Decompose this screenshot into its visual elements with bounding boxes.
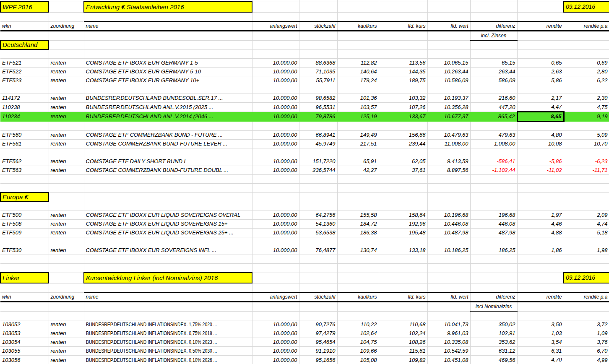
cell-etf521-rendite-pa[interactable]: 0,69 [564,59,609,68]
date-badge[interactable]: 09.12.2016 [564,2,609,12]
cell-etf560-rendite-pa[interactable]: 5,09 [564,131,609,140]
cell-103053-lfd-wert[interactable]: 9.961,03 [427,329,470,338]
cell-110238-lfd-kurs[interactable]: 107,26 [379,103,427,112]
cell-r34c1[interactable] [0,302,49,312]
cell-r4c3[interactable] [84,31,252,41]
cell-r10c11[interactable] [564,85,609,94]
cell-103052-zuordnung[interactable]: renten [49,320,84,329]
cell-r34c3[interactable] [84,302,252,312]
cell-r34c2[interactable] [49,302,84,312]
cell-110234-name[interactable]: BUNDESREP.DEUTSCHLAND ANL.V.2014 (2046 .… [84,112,252,122]
cell-r32c7[interactable] [379,283,427,292]
cell-r30c9[interactable] [470,264,517,273]
cell-r23c2[interactable] [49,202,84,211]
cell-r21c7[interactable] [379,184,427,193]
cell-r32c3[interactable] [84,283,252,292]
cell-etf500-lfd-kurs[interactable]: 158,64 [379,211,427,220]
cell-r22c4[interactable] [252,192,299,202]
cell-etf560-rendite[interactable]: 4,80 [517,131,564,140]
cell-r17c1[interactable] [0,148,49,157]
cell-r17c2[interactable] [49,148,84,157]
cell-etf500-rendite-pa[interactable]: 2,09 [564,211,609,220]
cell-r1c7[interactable] [379,2,427,12]
cell-114172-zuordnung[interactable]: renten [49,94,84,103]
cell-etf522-kaufkurs[interactable]: 140,64 [337,68,379,76]
cell-r17c5[interactable] [299,148,337,157]
cell-r35c5[interactable] [299,311,337,320]
cell-r21c10[interactable] [517,184,564,193]
cell-r23c8[interactable] [427,202,470,211]
cell-r14c11[interactable] [564,122,609,131]
cell-r10c9[interactable] [470,85,517,94]
cell-r5c11[interactable] [564,40,609,49]
cell-r20c9[interactable] [470,175,517,184]
cell-r22c8[interactable] [427,192,470,202]
cell-r2c6[interactable] [337,12,379,21]
cell-r14c8[interactable] [427,122,470,131]
cell-103053-zuordnung[interactable]: renten [49,329,84,338]
cell-r20c5[interactable] [299,175,337,184]
cell-110238-kaufkurs[interactable]: 103,57 [337,103,379,112]
cell-etf563-wkn[interactable]: ETF563 [0,166,49,175]
cell-r14c1[interactable] [0,122,49,131]
cell-etf522-differenz[interactable]: 263,44 [470,68,517,76]
cell-r20c11[interactable] [564,175,609,184]
cell-r4c2[interactable] [49,31,84,41]
cell-etf508-zuordnung[interactable]: renten [49,220,84,229]
cell-r2c7[interactable] [379,12,427,21]
cell-r29c10[interactable] [517,255,564,264]
cell-etf509-rendite-pa[interactable]: 5,18 [564,229,609,237]
cell-r10c10[interactable] [517,85,564,94]
cell-r10c7[interactable] [379,85,427,94]
cell-103054-stueckzahl[interactable]: 95,4654 [299,338,337,347]
cell-etf530-wkn[interactable]: ETF530 [0,246,49,255]
cell-r27c8[interactable] [427,237,470,246]
cell-114172-wkn[interactable]: 114172 [0,94,49,103]
cell-110238-rendite[interactable]: 4,47 [517,103,564,112]
cell-etf530-zuordnung[interactable]: renten [49,246,84,255]
cell-r21c2[interactable] [49,184,84,193]
cell-110234-zuordnung[interactable]: renten [49,112,84,122]
colheader-lfd-kurs[interactable]: lfd. kurs [379,21,427,31]
cell-r32c2[interactable] [49,283,84,292]
cell-r2c2[interactable] [49,12,84,21]
cell-etf561-lfd-kurs[interactable]: 239,44 [379,140,427,148]
colheader-stueckzahl[interactable]: stückzahl [299,21,337,31]
cell-110238-zuordnung[interactable]: renten [49,103,84,112]
cell-r30c11[interactable] [564,264,609,273]
cell-etf561-rendite-pa[interactable]: 10,70 [564,140,609,148]
colheader-rendite-pa[interactable]: rendite p.a [564,21,609,31]
cell-r29c5[interactable] [299,255,337,264]
cell-r21c5[interactable] [299,184,337,193]
cell-etf562-lfd-wert[interactable]: 9.413,59 [427,157,470,166]
cell-etf562-anfangswert[interactable]: 10.000,00 [252,157,299,166]
cell-r20c8[interactable] [427,175,470,184]
cell-114172-stueckzahl[interactable]: 98,6582 [299,94,337,103]
cell-r6c5[interactable] [299,49,337,59]
cell-r20c3[interactable] [84,175,252,184]
cell-r4c11[interactable] [564,31,609,41]
cell-etf561-lfd-wert[interactable]: 11.008,00 [427,140,470,148]
cell-r20c4[interactable] [252,175,299,184]
cell-etf508-lfd-kurs[interactable]: 192,96 [379,220,427,229]
cell-r23c10[interactable] [517,202,564,211]
cell-r31c9[interactable] [470,273,517,283]
cell-103052-name[interactable]: BUNDESREP.DEUTSCHLAND INFLATIONSINDEX. 1… [84,320,252,329]
cell-114172-kaufkurs[interactable]: 101,36 [337,94,379,103]
cell-etf560-wkn[interactable]: ETF560 [0,131,49,140]
cell-r34c6[interactable] [337,302,379,312]
cell-etf530-rendite[interactable]: 1,86 [517,246,564,255]
cell-r32c8[interactable] [427,283,470,292]
cell-etf530-kaufkurs[interactable]: 130,74 [337,246,379,255]
cell-r35c7[interactable] [379,311,427,320]
cell-103053-stueckzahl[interactable]: 97,4279 [299,329,337,338]
cell-r32c11[interactable] [564,283,609,292]
cell-r30c8[interactable] [427,264,470,273]
cell-103054-differenz[interactable]: 353,62 [470,338,517,347]
cell-r21c1[interactable] [0,184,49,193]
cell-r23c11[interactable] [564,202,609,211]
cell-r17c6[interactable] [337,148,379,157]
cell-r17c8[interactable] [427,148,470,157]
cell-103052-lfd-kurs[interactable]: 110,68 [379,320,427,329]
cell-r4c10[interactable] [517,31,564,41]
